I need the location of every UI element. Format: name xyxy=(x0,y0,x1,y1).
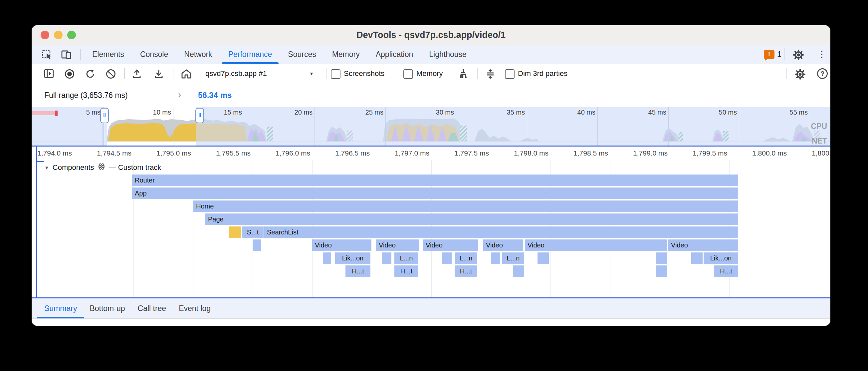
settings-gear-icon[interactable] xyxy=(793,49,804,61)
track-suffix: — Custom track xyxy=(109,163,161,172)
tab-performance[interactable]: Performance xyxy=(228,45,272,64)
issues-badge-icon[interactable]: ! xyxy=(764,50,774,59)
flame-bar[interactable]: Video xyxy=(668,239,738,251)
flame-bar[interactable]: Video xyxy=(376,239,419,251)
time-ruler-label: 1,794.5 ms xyxy=(88,146,131,160)
flame-bar[interactable]: S...t xyxy=(242,226,264,238)
dim-3rd-parties-checkbox[interactable] xyxy=(505,69,515,79)
flame-bar[interactable]: Video xyxy=(312,239,371,251)
flame-bar[interactable]: H...t xyxy=(455,265,477,277)
fit-window-icon[interactable] xyxy=(485,68,496,79)
flame-bar[interactable]: Video xyxy=(483,239,523,251)
flame-bar-label: L...n xyxy=(507,254,520,262)
details-tab-call-tree[interactable]: Call tree xyxy=(138,298,166,318)
tab-network[interactable]: Network xyxy=(184,45,212,64)
details-tab-event-log[interactable]: Event log xyxy=(179,298,211,318)
tab-sources[interactable]: Sources xyxy=(288,45,316,64)
flame-bar[interactable]: Router xyxy=(132,174,738,186)
device-toolbar-icon[interactable] xyxy=(61,49,72,60)
selection-handle-right[interactable]: ‖ xyxy=(195,108,204,123)
capture-settings-gear-icon[interactable] xyxy=(795,68,806,80)
flame-bar-anon[interactable] xyxy=(229,226,241,238)
track-header[interactable]: ▼ Components — Custom track xyxy=(44,163,161,172)
expander-icon[interactable]: ▼ xyxy=(44,165,49,171)
collect-garbage-icon[interactable] xyxy=(458,68,469,79)
flame-bar[interactable]: SearchList xyxy=(264,226,738,238)
flame-bar-label: L...n xyxy=(400,254,413,262)
breadcrumb-full-range[interactable]: Full range (3,653.76 ms) xyxy=(44,83,128,107)
flame-bar-anon[interactable] xyxy=(382,252,392,264)
chevron-down-icon[interactable]: ▼ xyxy=(309,64,314,83)
flame-bar-anon[interactable] xyxy=(656,265,667,277)
flame-bar-label: Video xyxy=(671,241,688,249)
flame-bar[interactable]: H...t xyxy=(394,265,418,277)
overview-tick-label: 20 ms xyxy=(273,108,312,117)
more-options-icon[interactable] xyxy=(816,49,827,59)
overview-tick-label: 10 ms xyxy=(131,108,171,117)
flame-bar-anon[interactable] xyxy=(442,252,452,264)
flame-bar[interactable]: Video xyxy=(423,239,478,251)
flame-bar[interactable]: H...t xyxy=(345,265,370,277)
overview-tick-label: 40 ms xyxy=(556,108,595,117)
flame-bar-anon[interactable] xyxy=(537,252,549,264)
flame-bar-anon[interactable] xyxy=(323,252,331,264)
toggle-sidebar-icon[interactable] xyxy=(43,68,54,79)
flame-bar-label: H...t xyxy=(460,267,472,275)
flame-bar[interactable]: Lik...on xyxy=(704,252,738,264)
flame-bar[interactable]: Home xyxy=(193,200,738,212)
separator xyxy=(80,49,81,60)
overview-gridline xyxy=(527,107,527,146)
time-ruler-label: 1,798.5 ms xyxy=(565,146,608,160)
flame-bar[interactable]: L...n xyxy=(502,252,524,264)
upload-profile-icon[interactable] xyxy=(131,68,142,79)
details-tab-bottom-up[interactable]: Bottom-up xyxy=(90,298,125,318)
devtools-window: DevTools - qsvd7p.csb.app/video/1 Elemen… xyxy=(32,25,830,326)
dim-3rd-parties-label[interactable]: Dim 3rd parties xyxy=(518,64,567,83)
time-ruler-label: 1,799.0 ms xyxy=(624,146,668,160)
help-icon[interactable]: ? xyxy=(817,68,828,79)
flame-bar[interactable]: Lik...on xyxy=(335,252,370,264)
tab-application[interactable]: Application xyxy=(376,45,413,64)
flame-bar-label: L...n xyxy=(460,254,473,262)
track-focus-border xyxy=(36,146,37,297)
timeline-overview[interactable]: 5 ms10 ms15 ms20 ms25 ms30 ms35 ms40 ms4… xyxy=(32,107,830,146)
flame-bar-anon[interactable] xyxy=(656,252,667,264)
screenshots-checkbox[interactable] xyxy=(331,69,340,79)
download-profile-icon[interactable] xyxy=(153,68,164,79)
flame-bar[interactable]: Video xyxy=(525,239,667,251)
flame-chart[interactable]: ▼ Components — Custom track RouterAppHom… xyxy=(32,160,830,297)
selection-handle-left[interactable]: ‖ xyxy=(100,108,109,123)
overview-tick-label: 30 ms xyxy=(414,108,454,117)
flame-bar-anon[interactable] xyxy=(513,265,524,277)
tab-memory[interactable]: Memory xyxy=(332,45,360,64)
tab-elements[interactable]: Elements xyxy=(92,45,124,64)
flame-bar[interactable]: L...n xyxy=(455,252,477,264)
home-icon[interactable] xyxy=(181,68,192,79)
memory-checkbox[interactable] xyxy=(403,69,413,79)
flame-bar-anon[interactable] xyxy=(491,252,500,264)
inspect-element-icon[interactable] xyxy=(41,49,52,60)
devtools-tabbar: ElementsConsoleNetworkPerformanceSources… xyxy=(32,45,830,64)
network-request-bar xyxy=(32,111,55,115)
tab-lighthouse[interactable]: Lighthouse xyxy=(429,45,467,64)
breadcrumb-selected-range[interactable]: 56.34 ms xyxy=(198,83,231,107)
network-request-end xyxy=(55,111,58,116)
flame-bar-anon[interactable] xyxy=(253,239,261,251)
flame-bar[interactable]: H...t xyxy=(714,265,738,277)
flame-bar[interactable]: App xyxy=(132,188,738,199)
target-selector[interactable]: qsvd7p.csb.app #1 xyxy=(205,64,267,83)
performance-toolbar: qsvd7p.csb.app #1 ▼ Screenshots Memory D… xyxy=(32,64,830,84)
record-and-reload-icon[interactable] xyxy=(85,68,95,79)
record-icon[interactable] xyxy=(64,68,75,79)
flame-bar[interactable]: L...n xyxy=(394,252,418,264)
net-lane-label: NET xyxy=(812,137,827,146)
screenshots-label[interactable]: Screenshots xyxy=(344,64,384,83)
flame-bar[interactable]: Page xyxy=(205,213,738,225)
flame-bar-anon[interactable] xyxy=(691,252,703,264)
clear-icon[interactable] xyxy=(105,68,116,79)
window-titlebar: DevTools - qsvd7p.csb.app/video/1 xyxy=(32,25,830,45)
details-tab-summary[interactable]: Summary xyxy=(44,298,77,318)
memory-label[interactable]: Memory xyxy=(416,64,443,83)
time-ruler-label: 1,800.5 ms xyxy=(803,146,830,160)
tab-console[interactable]: Console xyxy=(140,45,168,64)
